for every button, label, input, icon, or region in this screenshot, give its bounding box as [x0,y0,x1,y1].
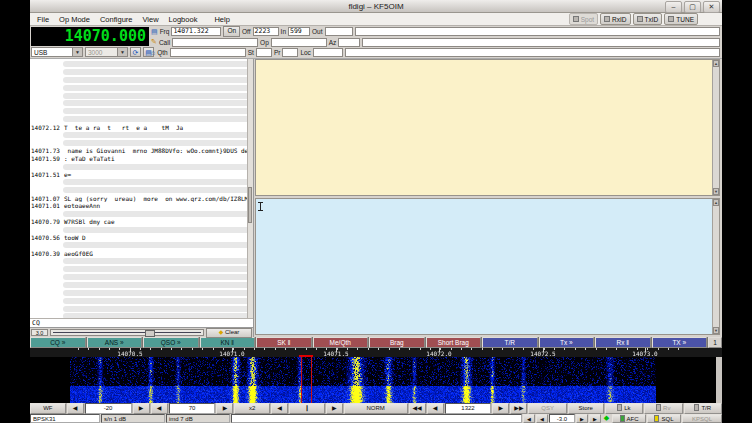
channel-row[interactable] [30,241,253,249]
menu-help[interactable]: Help [209,15,234,24]
channel-row[interactable] [30,297,253,305]
on-button[interactable]: On [223,26,240,37]
wf-arrow-button[interactable]: ▶ [326,403,343,414]
scroll-up-icon[interactable]: ▲ [713,60,719,67]
wf-lk[interactable]: Lk [605,403,643,414]
clear-button[interactable]: ◆ Clear [206,328,252,338]
macro-kn[interactable]: KN ‖ [200,337,256,348]
call-field[interactable] [172,38,258,47]
wf-70[interactable]: 70 [169,403,216,414]
channel-row[interactable] [30,226,253,234]
notes-field-mid[interactable] [362,38,720,47]
rx-text-pane[interactable]: ▲ ▼ [255,59,720,196]
menu-op-mode[interactable]: Op Mode [54,15,95,24]
macro-sk[interactable]: SK ‖ [256,337,312,348]
channel-row[interactable] [30,60,253,68]
afc-toggle[interactable]: AFC [612,414,646,423]
channel-row[interactable]: 14070.56tooW D [30,234,253,242]
macro-short-brag[interactable]: Short Brag [426,337,482,348]
menu-logbook[interactable]: Logbook [164,15,203,24]
channel-row[interactable] [30,178,253,186]
channel-row[interactable] [30,76,253,84]
frq-field[interactable]: 14071.322 [171,27,221,36]
wf-norm[interactable]: NORM [344,403,408,414]
offset-left-button[interactable]: ◀ [536,414,548,423]
wf-store[interactable]: Store [568,403,604,414]
channel-row[interactable]: 14070.79W7RSBl dmy cae [30,218,253,226]
channel-row[interactable] [30,115,253,123]
wf-20[interactable]: -20 [85,403,132,414]
channel-row[interactable] [30,163,253,171]
mode-status[interactable]: BPSK31 [30,414,100,423]
wf-1322[interactable]: 1322 [445,403,492,414]
sql-toggle[interactable]: SQL [647,414,681,423]
wf-wf[interactable]: WF [30,403,66,414]
channel-row[interactable] [30,313,253,319]
az-field[interactable] [338,38,360,47]
wf-x2[interactable]: x2 [234,403,270,414]
channel-row[interactable] [30,305,253,313]
minimize-button[interactable]: – [665,1,682,13]
offset-left-fast-button[interactable]: ◀ [523,414,535,423]
wf-t-r[interactable]: T/R [684,403,722,414]
maximize-button[interactable]: ▢ [684,1,701,13]
channel-row[interactable]: 14071.59: eTaD eTaTati [30,155,253,163]
menu-file[interactable]: File [32,15,54,24]
waterfall-scale[interactable] [30,348,722,357]
channel-row[interactable]: 14071.01eotoaeeAnn [30,202,253,210]
squelch-slider[interactable] [50,329,204,336]
notes-field-top[interactable] [355,27,720,36]
sync-icon[interactable]: ⟳ [130,47,141,57]
channel-row[interactable] [30,68,253,76]
channel-row[interactable] [30,99,253,107]
wf-arrow[interactable]: ❙ [289,403,325,414]
qth-field[interactable] [170,48,246,57]
rx-scrollbar[interactable]: ▲ ▼ [712,60,719,195]
frequency-display[interactable]: 14070.000 [31,27,149,46]
channel-row[interactable]: 14071.07SL ag (sorry ureau) more on www.… [30,194,253,202]
scroll-up-icon[interactable]: ▲ [713,199,719,206]
tx-scrollbar[interactable]: ▲ ▼ [712,199,719,334]
offset-right-button[interactable]: ▶ [576,414,588,423]
title-bar[interactable]: fldigi – KF5OIM – ▢ ✕ [30,0,722,13]
channel-row[interactable]: 14070.39aeoGf0EG [30,249,253,257]
wf-arrow-button[interactable]: ▶▶ [510,403,527,414]
channel-row[interactable] [30,186,253,194]
channel-row[interactable]: 14071.73 name is Giovanni mrno JM88DVfo:… [30,147,253,155]
macro-t-r[interactable]: T/R [482,337,538,348]
wf-arrow-button[interactable]: ◀ [67,403,84,414]
waterfall-canvas[interactable] [30,357,722,403]
macro-rx[interactable]: Rx ‖ [595,337,651,348]
wf-arrow-button[interactable]: ▶ [492,403,509,414]
offset-right-fast-button[interactable]: ▶ [589,414,601,423]
out-field[interactable] [325,27,353,36]
channel-row[interactable] [30,131,253,139]
notes-field-bottom[interactable] [345,48,720,57]
channel-row[interactable] [30,265,253,273]
wf-arrow-button[interactable]: ▶ [133,403,150,414]
wf-arrow-button[interactable]: ◀ [427,403,444,414]
scroll-down-icon[interactable]: ▼ [713,188,719,195]
macro-bank-button[interactable]: 1 [708,337,722,348]
wf-arrow-button[interactable]: ◀ [271,403,288,414]
channel-row[interactable]: 14072.12T te a ra t rt e a tM Ja [30,123,253,131]
macro-tx[interactable]: TX » [652,337,708,348]
channel-row[interactable] [30,84,253,92]
scroll-down-icon[interactable]: ▼ [713,327,719,334]
macro-brag[interactable]: Brag [369,337,425,348]
browser-scrollbar[interactable] [247,59,253,318]
op-field[interactable] [271,38,327,47]
channel-row[interactable] [30,257,253,265]
channel-row[interactable] [30,281,253,289]
macro-cq[interactable]: CQ » [30,337,86,348]
seek-field[interactable]: CQ [30,318,253,327]
st-field[interactable] [256,48,272,57]
offset-value[interactable]: -3.0 [549,414,575,423]
channel-row[interactable] [30,210,253,218]
in-field[interactable]: 599 [288,27,310,36]
tx-text-pane[interactable]: ▲ ▼ [255,198,720,335]
channel-row[interactable] [30,273,253,281]
slider-thumb[interactable] [145,330,155,337]
loc-field[interactable] [313,48,343,57]
close-button[interactable]: ✕ [703,1,720,13]
